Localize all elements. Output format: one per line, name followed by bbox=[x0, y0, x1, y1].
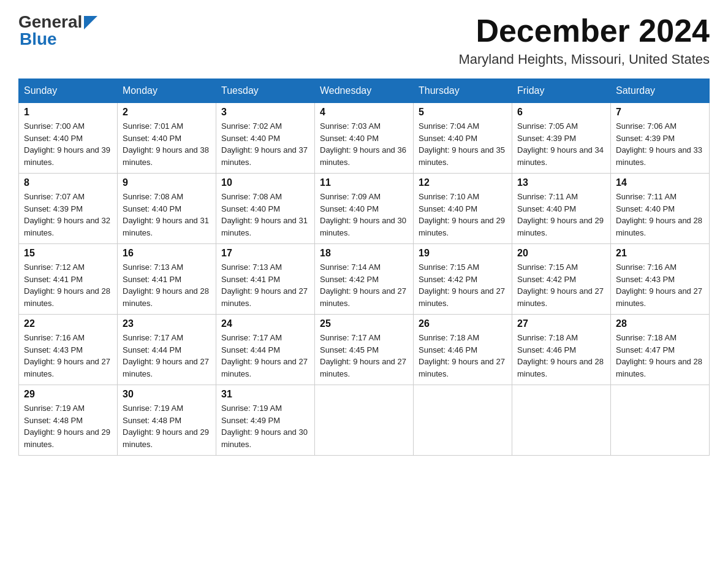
day-cell-31: 31 Sunrise: 7:19 AMSunset: 4:49 PMDaylig… bbox=[216, 385, 315, 456]
day-number: 9 bbox=[123, 177, 211, 188]
day-cell-6: 6 Sunrise: 7:05 AMSunset: 4:39 PMDayligh… bbox=[512, 103, 611, 174]
day-cell-10: 10 Sunrise: 7:08 AMSunset: 4:40 PMDaylig… bbox=[216, 174, 315, 244]
day-info: Sunrise: 7:03 AMSunset: 4:40 PMDaylight:… bbox=[320, 121, 406, 167]
day-cell-20: 20 Sunrise: 7:15 AMSunset: 4:42 PMDaylig… bbox=[512, 244, 611, 315]
week-row-5: 29 Sunrise: 7:19 AMSunset: 4:48 PMDaylig… bbox=[19, 385, 710, 456]
day-info: Sunrise: 7:09 AMSunset: 4:40 PMDaylight:… bbox=[320, 192, 406, 237]
day-number: 2 bbox=[123, 107, 211, 118]
day-info: Sunrise: 7:18 AMSunset: 4:46 PMDaylight:… bbox=[517, 333, 604, 378]
month-title: December 2024 bbox=[458, 12, 710, 49]
week-row-1: 1 Sunrise: 7:00 AMSunset: 4:40 PMDayligh… bbox=[19, 103, 710, 174]
week-row-3: 15 Sunrise: 7:12 AMSunset: 4:41 PMDaylig… bbox=[19, 244, 710, 315]
day-number: 1 bbox=[24, 107, 112, 118]
day-cell-5: 5 Sunrise: 7:04 AMSunset: 4:40 PMDayligh… bbox=[414, 103, 512, 174]
day-info: Sunrise: 7:15 AMSunset: 4:42 PMDaylight:… bbox=[419, 262, 505, 308]
day-number: 4 bbox=[320, 107, 408, 118]
logo-triangle-icon bbox=[84, 16, 97, 29]
header-thursday: Thursday bbox=[414, 79, 512, 103]
day-cell-25: 25 Sunrise: 7:17 AMSunset: 4:45 PMDaylig… bbox=[315, 315, 414, 385]
day-cell-2: 2 Sunrise: 7:01 AMSunset: 4:40 PMDayligh… bbox=[118, 103, 216, 174]
day-info: Sunrise: 7:19 AMSunset: 4:48 PMDaylight:… bbox=[123, 404, 209, 449]
day-cell-3: 3 Sunrise: 7:02 AMSunset: 4:40 PMDayligh… bbox=[216, 103, 315, 174]
day-number: 24 bbox=[221, 318, 309, 329]
day-info: Sunrise: 7:16 AMSunset: 4:43 PMDaylight:… bbox=[616, 262, 702, 308]
day-info: Sunrise: 7:18 AMSunset: 4:46 PMDaylight:… bbox=[419, 333, 505, 378]
empty-cell-4-6 bbox=[611, 385, 710, 456]
day-cell-26: 26 Sunrise: 7:18 AMSunset: 4:46 PMDaylig… bbox=[414, 315, 512, 385]
day-info: Sunrise: 7:13 AMSunset: 4:41 PMDaylight:… bbox=[123, 262, 209, 308]
day-cell-8: 8 Sunrise: 7:07 AMSunset: 4:39 PMDayligh… bbox=[19, 174, 118, 244]
day-number: 19 bbox=[419, 248, 507, 259]
day-info: Sunrise: 7:08 AMSunset: 4:40 PMDaylight:… bbox=[123, 192, 209, 237]
day-cell-29: 29 Sunrise: 7:19 AMSunset: 4:48 PMDaylig… bbox=[19, 385, 118, 456]
day-info: Sunrise: 7:06 AMSunset: 4:39 PMDaylight:… bbox=[616, 121, 702, 167]
empty-cell-4-3 bbox=[315, 385, 414, 456]
day-number: 30 bbox=[123, 389, 211, 400]
day-number: 3 bbox=[221, 107, 309, 118]
day-number: 7 bbox=[616, 107, 704, 118]
day-number: 15 bbox=[24, 248, 112, 259]
header-wednesday: Wednesday bbox=[315, 79, 414, 103]
header-friday: Friday bbox=[512, 79, 611, 103]
day-info: Sunrise: 7:04 AMSunset: 4:40 PMDaylight:… bbox=[419, 121, 505, 167]
svg-marker-0 bbox=[84, 16, 97, 29]
day-cell-27: 27 Sunrise: 7:18 AMSunset: 4:46 PMDaylig… bbox=[512, 315, 611, 385]
day-number: 11 bbox=[320, 177, 408, 188]
day-cell-9: 9 Sunrise: 7:08 AMSunset: 4:40 PMDayligh… bbox=[118, 174, 216, 244]
day-number: 21 bbox=[616, 248, 704, 259]
day-number: 16 bbox=[123, 248, 211, 259]
day-number: 6 bbox=[517, 107, 605, 118]
day-cell-19: 19 Sunrise: 7:15 AMSunset: 4:42 PMDaylig… bbox=[414, 244, 512, 315]
day-cell-13: 13 Sunrise: 7:11 AMSunset: 4:40 PMDaylig… bbox=[512, 174, 611, 244]
day-info: Sunrise: 7:18 AMSunset: 4:47 PMDaylight:… bbox=[616, 333, 702, 378]
day-number: 5 bbox=[419, 107, 507, 118]
day-info: Sunrise: 7:19 AMSunset: 4:49 PMDaylight:… bbox=[221, 404, 308, 449]
day-number: 18 bbox=[320, 248, 408, 259]
day-cell-18: 18 Sunrise: 7:14 AMSunset: 4:42 PMDaylig… bbox=[315, 244, 414, 315]
day-info: Sunrise: 7:17 AMSunset: 4:44 PMDaylight:… bbox=[123, 333, 209, 378]
day-info: Sunrise: 7:12 AMSunset: 4:41 PMDaylight:… bbox=[24, 262, 110, 308]
header-monday: Monday bbox=[118, 79, 216, 103]
day-info: Sunrise: 7:07 AMSunset: 4:39 PMDaylight:… bbox=[24, 192, 110, 237]
logo-blue-text: Blue bbox=[20, 29, 57, 49]
day-number: 14 bbox=[616, 177, 704, 188]
logo: General Blue bbox=[18, 12, 97, 49]
day-info: Sunrise: 7:11 AMSunset: 4:40 PMDaylight:… bbox=[616, 192, 702, 237]
day-info: Sunrise: 7:10 AMSunset: 4:40 PMDaylight:… bbox=[419, 192, 505, 237]
day-cell-23: 23 Sunrise: 7:17 AMSunset: 4:44 PMDaylig… bbox=[118, 315, 216, 385]
day-number: 20 bbox=[517, 248, 605, 259]
day-info: Sunrise: 7:17 AMSunset: 4:45 PMDaylight:… bbox=[320, 333, 406, 378]
day-cell-17: 17 Sunrise: 7:13 AMSunset: 4:41 PMDaylig… bbox=[216, 244, 315, 315]
week-row-4: 22 Sunrise: 7:16 AMSunset: 4:43 PMDaylig… bbox=[19, 315, 710, 385]
day-number: 22 bbox=[24, 318, 112, 329]
day-info: Sunrise: 7:13 AMSunset: 4:41 PMDaylight:… bbox=[221, 262, 308, 308]
page-header: General Blue December 2024 Maryland Heig… bbox=[18, 12, 710, 67]
day-number: 26 bbox=[419, 318, 507, 329]
day-number: 8 bbox=[24, 177, 112, 188]
day-info: Sunrise: 7:02 AMSunset: 4:40 PMDaylight:… bbox=[221, 121, 308, 167]
day-number: 17 bbox=[221, 248, 309, 259]
day-info: Sunrise: 7:01 AMSunset: 4:40 PMDaylight:… bbox=[123, 121, 209, 167]
header-tuesday: Tuesday bbox=[216, 79, 315, 103]
day-number: 12 bbox=[419, 177, 507, 188]
week-row-2: 8 Sunrise: 7:07 AMSunset: 4:39 PMDayligh… bbox=[19, 174, 710, 244]
weekday-header-row: Sunday Monday Tuesday Wednesday Thursday… bbox=[19, 79, 710, 103]
day-number: 27 bbox=[517, 318, 605, 329]
day-cell-22: 22 Sunrise: 7:16 AMSunset: 4:43 PMDaylig… bbox=[19, 315, 118, 385]
day-info: Sunrise: 7:17 AMSunset: 4:44 PMDaylight:… bbox=[221, 333, 308, 378]
day-number: 13 bbox=[517, 177, 605, 188]
day-info: Sunrise: 7:00 AMSunset: 4:40 PMDaylight:… bbox=[24, 121, 110, 167]
header-sunday: Sunday bbox=[19, 79, 118, 103]
day-cell-12: 12 Sunrise: 7:10 AMSunset: 4:40 PMDaylig… bbox=[414, 174, 512, 244]
day-info: Sunrise: 7:15 AMSunset: 4:42 PMDaylight:… bbox=[517, 262, 604, 308]
day-cell-14: 14 Sunrise: 7:11 AMSunset: 4:40 PMDaylig… bbox=[611, 174, 710, 244]
day-number: 10 bbox=[221, 177, 309, 188]
day-info: Sunrise: 7:19 AMSunset: 4:48 PMDaylight:… bbox=[24, 404, 110, 449]
day-cell-21: 21 Sunrise: 7:16 AMSunset: 4:43 PMDaylig… bbox=[611, 244, 710, 315]
day-cell-30: 30 Sunrise: 7:19 AMSunset: 4:48 PMDaylig… bbox=[118, 385, 216, 456]
empty-cell-4-5 bbox=[512, 385, 611, 456]
day-info: Sunrise: 7:05 AMSunset: 4:39 PMDaylight:… bbox=[517, 121, 604, 167]
day-cell-11: 11 Sunrise: 7:09 AMSunset: 4:40 PMDaylig… bbox=[315, 174, 414, 244]
day-info: Sunrise: 7:14 AMSunset: 4:42 PMDaylight:… bbox=[320, 262, 406, 308]
header-saturday: Saturday bbox=[611, 79, 710, 103]
